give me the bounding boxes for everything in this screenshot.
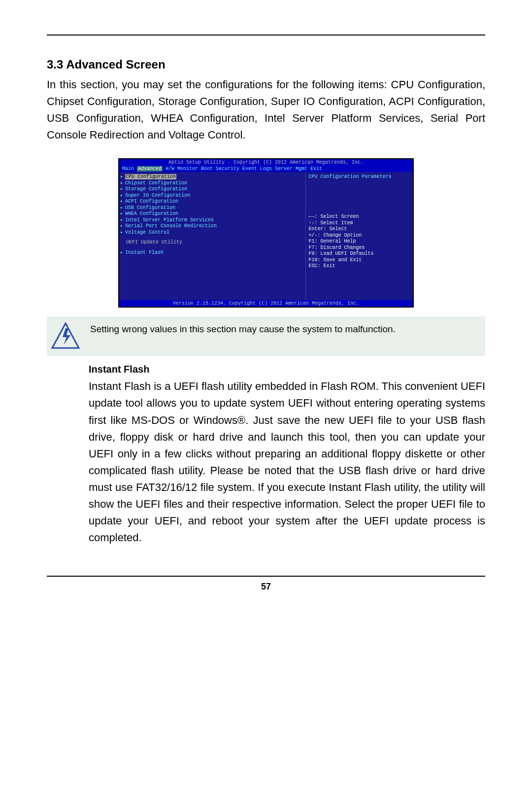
- bios-footer: Version 2.15.1234. Copyright (C) 2012 Am…: [119, 300, 413, 307]
- bios-help-line: ←→: Select Screen: [309, 214, 410, 220]
- subsection: Instant Flash Instant Flash is a UEFI fl…: [89, 364, 485, 546]
- bios-title: Aptio Setup Utility - Copyright (C) 2012…: [119, 159, 413, 166]
- bios-menu-item[interactable]: ▸Voltage Control: [120, 230, 302, 236]
- bios-right-panel: CPU Configuration Parameters ←→: Select …: [306, 172, 413, 300]
- bios-menu-item[interactable]: ▸Chipset Configuration: [120, 180, 302, 187]
- bios-help-line: ↑↓: Select Item: [309, 220, 410, 227]
- bios-menubar: Main Advanced H/W Monitor Boot Security …: [119, 166, 413, 172]
- bios-menu-item[interactable]: ▸Intel Server Platform Services: [120, 217, 302, 224]
- bios-help-line: Enter: Select: [309, 226, 410, 233]
- bios-menu-item[interactable]: ▸Super IO Configuration: [120, 193, 302, 199]
- lightning-warning-icon: [51, 322, 80, 350]
- bios-menu-item[interactable]: ▸Instant Flash: [120, 250, 302, 256]
- bios-menu-item[interactable]: ▸Serial Port Console Redirection: [120, 223, 302, 230]
- document-page: 3.3 Advanced Screen In this section, you…: [0, 0, 532, 622]
- bios-right-title: CPU Configuration Parameters: [309, 174, 410, 179]
- bios-figure: Aptio Setup Utility - Copyright (C) 2012…: [118, 158, 414, 308]
- subsection-body: Instant Flash is a UEFI flash utility em…: [89, 378, 485, 546]
- warning-box: Setting wrong values in this section may…: [47, 316, 485, 356]
- page-number: 57: [47, 582, 485, 592]
- bios-help-line: F9: Load UEFI Defaults: [309, 251, 410, 257]
- bios-menu-item[interactable]: ▸CPU Configuration: [120, 174, 302, 180]
- bios-help-line: ESC: Exit: [309, 263, 410, 270]
- bios-help-line: +/-: Change Option: [309, 233, 410, 239]
- bios-menu-item[interactable]: ▸USB Configuration: [120, 205, 302, 211]
- bios-help-line: F10: Save and Exit: [309, 257, 410, 264]
- bios-help-keys: ←→: Select Screen↑↓: Select ItemEnter: S…: [309, 214, 410, 270]
- bios-left-panel: ▸CPU Configuration▸Chipset Configuration…: [119, 172, 306, 300]
- bios-help-line: F7: Discard Changes: [309, 245, 410, 251]
- bios-menu-item[interactable]: ▸Storage Configuration: [120, 186, 302, 193]
- bios-help-line: F1: General Help: [309, 239, 410, 245]
- bios-menu-item[interactable]: ▸WHEA Configuration: [120, 211, 302, 217]
- subsection-title: Instant Flash: [89, 364, 485, 375]
- bios-menu-item[interactable]: ▸ACPI Configuration: [120, 199, 302, 205]
- section-title: 3.3 Advanced Screen: [47, 58, 485, 71]
- warning-text: Setting wrong values in this section may…: [90, 322, 396, 336]
- section-intro: In this section, you may set the configu…: [47, 76, 485, 143]
- bottom-rule: [47, 576, 485, 577]
- top-rule: [47, 35, 485, 35]
- bios-subhead: UEFI Update Utility: [120, 240, 302, 246]
